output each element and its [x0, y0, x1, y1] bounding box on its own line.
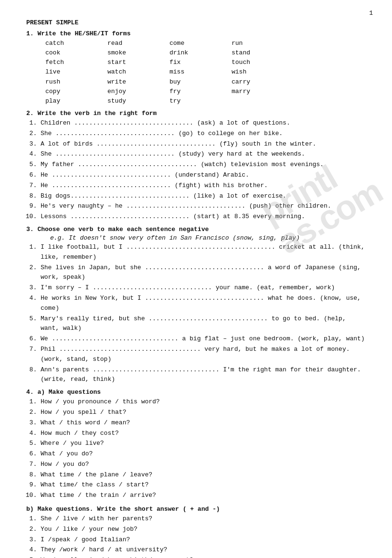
section2-heading: 2. Write the verb in the right form [26, 110, 366, 117]
verb: run [232, 39, 294, 48]
verb: copy [45, 87, 107, 96]
list-item: What / you do? [41, 449, 366, 459]
list-item: They /work / hard / at university? [41, 545, 366, 555]
list-item: Children ...............................… [41, 118, 366, 128]
list-item: Ann's parents ..........................… [41, 365, 366, 385]
list-item: She ................................ (st… [41, 149, 366, 159]
verb: start [107, 58, 170, 67]
section1-heading: 1. Write the HE/SHE/IT forms [26, 30, 366, 37]
section4b-list: She / live / with her parents? You / lik… [41, 514, 366, 558]
verb: carry [232, 77, 294, 87]
verb: write [107, 77, 170, 87]
section3-list: I like football, but I .................… [41, 242, 366, 385]
list-item: He ................................ (und… [41, 170, 366, 180]
section3-example: e.g. It doesn't snow very often in San F… [50, 234, 366, 242]
list-item: I /speak / good Italian? [41, 535, 366, 545]
section-4b: b) Make questions. Write the short answe… [26, 505, 366, 558]
list-item: My father ..............................… [41, 160, 366, 170]
verb: drink [170, 48, 232, 58]
list-item: How / you do? [41, 460, 366, 470]
verb: enjoy [107, 87, 170, 96]
verb: touch [232, 58, 294, 67]
verb: fry [170, 87, 232, 96]
section-2: 2. Write the verb in the right form Chil… [26, 110, 366, 222]
list-item: She / live / with her parents? [41, 514, 366, 524]
section-4a: 4. a) Make questions How / you pronounce… [26, 389, 366, 501]
section2-list: Children ...............................… [41, 118, 366, 222]
list-item: I like football, but I .................… [41, 242, 366, 263]
section4b-heading: b) Make questions. Write the short answe… [26, 505, 366, 513]
list-item: What time / the train / arrive? [41, 491, 366, 501]
list-item: Mary's really tired, but she ...........… [41, 314, 366, 334]
verb-grid: catch read come run cook smoke drink sta… [45, 39, 366, 106]
verb: buy [170, 77, 232, 87]
verb: cook [45, 48, 107, 58]
verb: fix [170, 58, 232, 67]
verb: marry [232, 87, 294, 96]
list-item: Phil ...................................… [41, 345, 366, 365]
section3-heading: 3. Choose one verb to make each sentence… [26, 226, 366, 233]
list-item: A lot of birds .........................… [41, 139, 366, 149]
main-title: PRESENT SIMPLE [26, 19, 366, 26]
verb: try [170, 96, 232, 106]
list-item: What time/ the class / start? [41, 480, 366, 490]
section-3: 3. Choose one verb to make each sentence… [26, 226, 366, 385]
verb: wish [232, 67, 294, 77]
verb: stand [232, 48, 294, 58]
list-item: I'm sorry – I ..........................… [41, 283, 366, 293]
verb: live [45, 67, 107, 77]
verb [232, 96, 294, 106]
verb: miss [170, 67, 232, 77]
list-item: What time / the plane / leave? [41, 470, 366, 480]
section4a-list: How / you pronounce / this word? How / y… [41, 397, 366, 501]
list-item: He works in New York, but I ............… [41, 294, 366, 314]
document-title: PRESENT SIMPLE [26, 19, 366, 26]
list-item: How / you spell / that? [41, 408, 366, 418]
verb: watch [107, 67, 170, 77]
page-number: 1 [369, 10, 373, 17]
verb: come [170, 39, 232, 48]
verb: fetch [45, 58, 107, 67]
verb: read [107, 39, 170, 48]
verb: study [107, 96, 170, 106]
list-item: She ................................ (go… [41, 129, 366, 139]
list-item: Big dogs................................… [41, 191, 366, 201]
list-item: We .................................. a … [41, 334, 366, 344]
section-1: 1. Write the HE/SHE/IT forms catch read … [26, 30, 366, 106]
verb: smoke [107, 48, 170, 58]
list-item: How / you pronounce / this word? [41, 397, 366, 407]
list-item: Lessons ................................… [41, 212, 366, 222]
list-item: He ................................ (fig… [41, 181, 366, 191]
list-item: What / this word / mean? [41, 418, 366, 428]
list-item: You / like / your new job? [41, 525, 366, 535]
list-item: He's very naughty – he .................… [41, 201, 366, 211]
verb: catch [45, 39, 107, 48]
list-item: We /usually give/ her a birthday present… [41, 556, 366, 558]
verb: play [45, 96, 107, 106]
list-item: How much / they cost? [41, 429, 366, 439]
section4a-heading: 4. a) Make questions [26, 389, 366, 396]
list-item: Where / you live? [41, 439, 366, 449]
verb: rush [45, 77, 107, 87]
list-item: She lives in Japan, but she ............… [41, 263, 366, 283]
